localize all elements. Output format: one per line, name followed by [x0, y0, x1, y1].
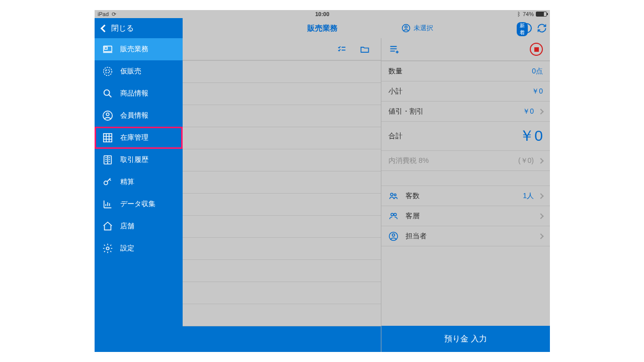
svg-rect-3: [105, 47, 108, 49]
member-select[interactable]: 未選択: [401, 24, 433, 33]
row-quantity: 数量 0点: [381, 61, 550, 81]
svg-rect-5: [106, 70, 109, 73]
sidebar-item-settlement[interactable]: 精算: [95, 171, 183, 193]
total-label: 合計: [388, 132, 403, 141]
new-badge: 新着: [517, 22, 528, 36]
person-icon: [102, 110, 113, 121]
list-item[interactable]: [183, 282, 381, 304]
list-item[interactable]: [183, 238, 381, 260]
sidebar-item-label: 会員情報: [120, 111, 148, 120]
quantity-value: 0点: [532, 67, 543, 76]
gear-icon: [102, 243, 113, 254]
segment-icon: [388, 211, 398, 221]
deposit-label: 預り金 入力: [444, 334, 487, 344]
page-title: 販売業務: [307, 24, 338, 33]
sidebar-item-data[interactable]: データ収集: [95, 193, 183, 215]
list-item[interactable]: [183, 105, 381, 127]
battery-icon: [536, 12, 547, 17]
cart-toolbar: [183, 38, 381, 61]
tax-label: 内消費税 8%: [388, 156, 429, 165]
list-item[interactable]: [183, 61, 381, 83]
sidebar-item-store[interactable]: 店舗: [95, 215, 183, 237]
close-button[interactable]: 閉じる: [95, 18, 183, 38]
sidebar-item-label: 販売業務: [120, 45, 148, 54]
list-item[interactable]: [183, 83, 381, 105]
svg-point-18: [392, 234, 395, 236]
device-label: iPad: [98, 11, 109, 17]
book-icon: [102, 154, 113, 165]
sidebar-item-members[interactable]: 会員情報: [95, 105, 183, 127]
sidebar-item-label: 商品情報: [120, 89, 148, 98]
sidebar-item-sales[interactable]: 販売業務: [95, 38, 183, 60]
search-icon: [102, 88, 113, 99]
chevron-left-icon: [101, 24, 109, 32]
sidebar-item-label: 在庫管理: [120, 133, 148, 142]
list-item[interactable]: [183, 171, 381, 194]
svg-point-16: [394, 213, 396, 216]
checklist-icon[interactable]: [336, 44, 348, 54]
list-item[interactable]: [183, 194, 381, 216]
sidebar-item-products[interactable]: 商品情報: [95, 82, 183, 105]
row-subtotal: 小計 ￥0: [381, 81, 550, 102]
key-icon: [102, 176, 113, 188]
chevron-right-icon: [538, 213, 543, 219]
sidebar-item-history[interactable]: 取引履歴: [95, 149, 183, 171]
sidebar-item-provisional[interactable]: 仮販売: [95, 60, 183, 82]
list-item[interactable]: [183, 127, 381, 149]
row-segment[interactable]: 客層: [381, 206, 550, 226]
title-bar: 閉じる 販売業務 未選択 新着 !: [95, 18, 550, 38]
close-label: 閉じる: [111, 24, 134, 33]
folder-icon[interactable]: [359, 44, 371, 54]
svg-point-13: [390, 193, 393, 196]
svg-point-6: [104, 90, 110, 96]
deposit-button[interactable]: 預り金 入力: [381, 326, 550, 352]
summary-spacer: [381, 246, 550, 326]
summary-toolbar: [381, 38, 550, 61]
row-discount[interactable]: 値引・割引 ￥0: [381, 102, 550, 122]
bluetooth-icon: ᛒ: [517, 11, 521, 17]
row-guests[interactable]: 客数 1人: [381, 186, 550, 206]
discount-value: ￥0: [523, 107, 534, 116]
guests-value: 1人: [523, 192, 534, 201]
list-item[interactable]: [183, 304, 381, 326]
person-circle-icon: [401, 24, 411, 33]
register-icon: [102, 44, 113, 55]
svg-point-11: [104, 181, 108, 185]
list-item[interactable]: [183, 216, 381, 238]
row-staff[interactable]: 担当者: [381, 226, 550, 246]
home-icon: [102, 221, 113, 232]
svg-point-1: [405, 26, 408, 29]
cart-footer[interactable]: [183, 326, 381, 352]
subtotal-label: 小計: [388, 87, 403, 96]
battery-percent: 74%: [523, 11, 534, 17]
list-item[interactable]: [183, 149, 381, 171]
status-bar: iPad ⟳ 10:00 ᛒ 74%: [95, 10, 550, 18]
sidebar-item-settings[interactable]: 設定: [95, 237, 183, 259]
sidebar-item-label: 仮販売: [120, 67, 141, 76]
quantity-label: 数量: [388, 67, 403, 76]
guests-label: 客数: [406, 192, 420, 201]
row-tax[interactable]: 内消費税 8% (￥0): [381, 151, 550, 171]
guests-icon: [388, 191, 398, 201]
stop-button[interactable]: [530, 43, 543, 56]
sidebar-item-label: データ収集: [120, 200, 155, 209]
svg-point-4: [104, 67, 112, 76]
refresh-button[interactable]: [537, 23, 547, 33]
cart-list: [183, 61, 381, 326]
svg-point-14: [394, 194, 396, 196]
chevron-right-icon: [538, 158, 543, 163]
cart-panel: [183, 38, 381, 352]
chevron-right-icon: [538, 193, 543, 199]
discount-label: 値引・割引: [388, 107, 424, 116]
staff-icon: [388, 231, 398, 241]
sidebar-item-label: 店舗: [120, 222, 134, 231]
segment-label: 客層: [406, 212, 420, 221]
list-item[interactable]: [183, 260, 381, 282]
tax-value: (￥0): [518, 156, 534, 165]
sidebar-item-inventory[interactable]: 在庫管理: [95, 127, 183, 149]
sync-icon: ⟳: [112, 11, 116, 18]
sidebar-item-label: 取引履歴: [120, 155, 148, 164]
sidebar: 販売業務 仮販売 商品情報 会員情報: [95, 38, 183, 352]
sidebar-item-label: 設定: [120, 244, 134, 253]
list-add-icon[interactable]: [388, 44, 399, 55]
